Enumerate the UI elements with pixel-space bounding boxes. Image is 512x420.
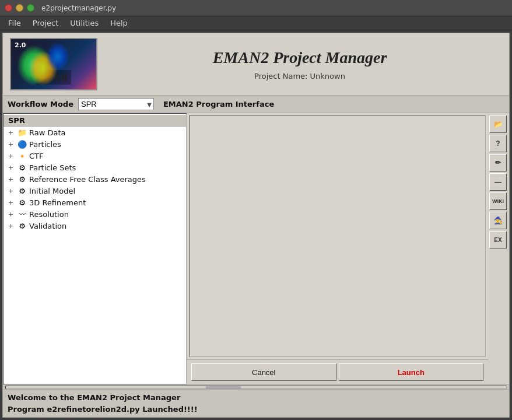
ex-icon: EX bbox=[494, 237, 502, 243]
tree-item-3d-refinement[interactable]: + ⚙ 3D Refinement bbox=[3, 197, 186, 208]
ctf-icon: 🔸 bbox=[17, 151, 27, 160]
scrollbar-track bbox=[5, 386, 507, 389]
close-button[interactable] bbox=[5, 4, 12, 12]
wave-icon: 〰 bbox=[17, 209, 27, 219]
gear-icon: ⚙ bbox=[17, 221, 27, 230]
expander-icon: + bbox=[8, 199, 15, 206]
status-line2: Program e2refinetorelion2d.py Launched!!… bbox=[8, 404, 504, 415]
minus-icon: — bbox=[495, 178, 502, 186]
gear-icon: ⚙ bbox=[17, 186, 27, 195]
titlebar: e2projectmanager.py bbox=[0, 0, 512, 16]
tree-item-resolution[interactable]: + 〰 Resolution bbox=[3, 208, 186, 220]
folder-icon: 📁 bbox=[17, 128, 27, 137]
workflow-label: Workflow Mode bbox=[8, 100, 73, 108]
execute-button[interactable]: EX bbox=[489, 231, 507, 249]
expander-icon: + bbox=[8, 187, 15, 195]
tree-label: Particles bbox=[29, 140, 61, 149]
gear-icon: ⚙ bbox=[17, 163, 27, 172]
statusbar: Welcome to the EMAN2 Project Manager Pro… bbox=[3, 389, 509, 417]
menu-project[interactable]: Project bbox=[27, 18, 64, 29]
tree-label: 3D Refinement bbox=[29, 198, 86, 207]
edit-button[interactable]: ✏ bbox=[489, 154, 507, 172]
main-window: 2.0 EMAN EMAN2 Project Manager Project N… bbox=[2, 33, 510, 418]
help-icon: ? bbox=[496, 139, 500, 148]
gear-icon: ⚙ bbox=[17, 174, 27, 184]
wiki-icon: WIKI bbox=[492, 198, 504, 204]
tree-label: Reference Free Class Averages bbox=[29, 175, 146, 184]
scrollbar-thumb[interactable] bbox=[206, 386, 241, 388]
expander-icon: + bbox=[8, 152, 15, 160]
cancel-button[interactable]: Cancel bbox=[191, 363, 336, 381]
launch-button[interactable]: Launch bbox=[339, 363, 484, 381]
remove-button[interactable]: — bbox=[489, 173, 507, 191]
tree-item-raw-data[interactable]: + 📁 Raw Data bbox=[3, 127, 186, 138]
side-buttons: 📂 ? ✏ — WIKI 🧙 EX bbox=[488, 113, 509, 384]
menu-help[interactable]: Help bbox=[104, 18, 134, 29]
wizard-button[interactable]: 🧙 bbox=[489, 212, 507, 229]
tree-label: Particle Sets bbox=[29, 163, 76, 172]
tree-label: CTF bbox=[29, 152, 44, 160]
bottom-buttons: Cancel Launch bbox=[187, 359, 488, 384]
folder-open-icon: 📂 bbox=[494, 120, 503, 128]
expander-icon: + bbox=[8, 141, 15, 148]
expander-icon: + bbox=[8, 211, 15, 218]
expander-icon: + bbox=[8, 129, 15, 136]
content-area: SPR + 📁 Raw Data + 🔵 Particles + 🔸 CTF +… bbox=[3, 113, 509, 384]
wiki-button[interactable]: WIKI bbox=[489, 192, 507, 210]
help-button[interactable]: ? bbox=[489, 135, 507, 152]
logo: 2.0 EMAN bbox=[10, 38, 97, 90]
workflow-select-wrapper[interactable]: SPR STA 2D ▼ bbox=[78, 98, 154, 110]
tree-item-ctf[interactable]: + 🔸 CTF bbox=[3, 150, 186, 162]
wizard-icon: 🧙 bbox=[494, 216, 503, 225]
expander-icon: + bbox=[8, 176, 15, 183]
expander-icon: + bbox=[8, 222, 15, 230]
tree-label: Raw Data bbox=[29, 128, 66, 137]
tree-label: Validation bbox=[29, 222, 66, 230]
edit-icon: ✏ bbox=[495, 159, 501, 167]
tree-panel: SPR + 📁 Raw Data + 🔵 Particles + 🔸 CTF +… bbox=[3, 113, 187, 384]
statusbar-text: Welcome to the EMAN2 Project Manager Pro… bbox=[8, 392, 504, 415]
browse-button[interactable]: 📂 bbox=[489, 116, 507, 133]
menu-utilities[interactable]: Utilities bbox=[64, 18, 104, 29]
tree-item-reference-free[interactable]: + ⚙ Reference Free Class Averages bbox=[3, 173, 186, 185]
scrollbar-area[interactable] bbox=[3, 384, 509, 389]
app-title: EMAN2 Project Manager bbox=[97, 48, 502, 67]
maximize-button[interactable] bbox=[27, 4, 34, 12]
project-name: Project Name: Unknown bbox=[97, 72, 502, 80]
status-line1: Welcome to the EMAN2 Project Manager bbox=[8, 392, 504, 404]
right-panel: Cancel Launch bbox=[187, 113, 488, 384]
workflow-select[interactable]: SPR STA 2D bbox=[78, 98, 154, 110]
menubar: File Project Utilities Help bbox=[0, 16, 512, 30]
tree-label: Initial Model bbox=[29, 187, 75, 195]
gear-icon: ⚙ bbox=[17, 198, 27, 207]
header: 2.0 EMAN EMAN2 Project Manager Project N… bbox=[3, 33, 509, 96]
menu-file[interactable]: File bbox=[2, 18, 27, 29]
project-name-value: Unknown bbox=[310, 72, 345, 80]
particles-icon: 🔵 bbox=[17, 139, 27, 149]
project-name-label: Project Name: bbox=[254, 72, 310, 80]
tree-item-particle-sets[interactable]: + ⚙ Particle Sets bbox=[3, 162, 186, 173]
window-title: e2projectmanager.py bbox=[41, 4, 116, 12]
tree-item-validation[interactable]: + ⚙ Validation bbox=[3, 220, 186, 232]
program-interface-label: EMAN2 Program Interface bbox=[163, 100, 274, 108]
workflow-row: Workflow Mode SPR STA 2D ▼ EMAN2 Program… bbox=[3, 96, 509, 113]
tree-item-initial-model[interactable]: + ⚙ Initial Model bbox=[3, 185, 186, 197]
tree-label: Resolution bbox=[29, 210, 69, 219]
expander-icon: + bbox=[8, 164, 15, 172]
minimize-button[interactable] bbox=[16, 4, 23, 12]
tree-item-particles[interactable]: + 🔵 Particles bbox=[3, 138, 186, 150]
tree-header: SPR bbox=[3, 115, 186, 127]
app-title-area: EMAN2 Project Manager Project Name: Unkn… bbox=[97, 48, 502, 80]
program-area bbox=[189, 116, 486, 357]
